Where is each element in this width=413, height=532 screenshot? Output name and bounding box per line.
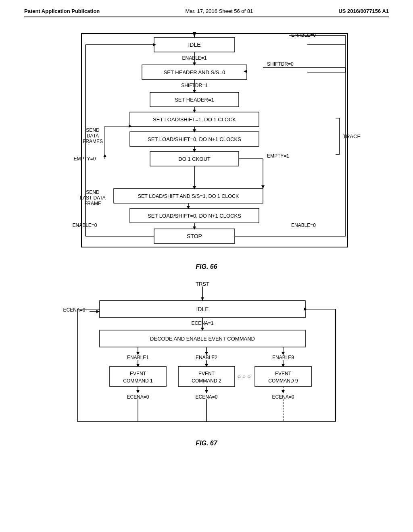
fig67-label: FIG. 67: [24, 440, 389, 447]
header-right: US 2016/0077156 A1: [338, 8, 389, 14]
enable0-bottom-right: ENABLE=0: [291, 222, 316, 228]
event1-line2: COMMAND 1: [123, 378, 153, 384]
svg-marker-33: [261, 185, 265, 189]
decode-label: DECODE AND ENABLE EVENT COMMAND: [150, 336, 255, 342]
svg-marker-55: [153, 43, 156, 46]
fig66-svg-container: IDLE ENABLE=0 ENABLE=1 SET HEADER AND S/…: [24, 29, 389, 259]
svg-marker-37: [193, 186, 196, 189]
set-load-shift0-n1-label: SET LOAD/SHIFT=0, DO N+1 CLOCKS: [148, 136, 241, 142]
svg-marker-26: [193, 129, 196, 133]
svg-marker-77: [282, 364, 285, 367]
set-header1-label: SET HEADER=1: [175, 97, 214, 103]
page-header: Patent Application Publication Mar. 17, …: [24, 8, 389, 17]
shiftdr0-label: SHIFTDR=0: [267, 61, 294, 67]
event1-line1: EVENT: [130, 371, 146, 376]
svg-marker-35: [103, 154, 106, 157]
svg-marker-42: [187, 206, 190, 209]
fig66-diagram: IDLE ENABLE=0 ENABLE=1 SET HEADER AND S/…: [33, 29, 380, 259]
svg-marker-57: [201, 297, 204, 301]
header-center: Mar. 17, 2016 Sheet 56 of 81: [186, 8, 253, 14]
fig66-label: FIG. 66: [24, 263, 389, 270]
enable2-label: ENABLE2: [196, 355, 217, 360]
set-load-shift1-label: SET LOAD/SHIFT=1, DO 1 CLOCK: [153, 116, 236, 123]
svg-marker-69: [136, 364, 140, 367]
svg-marker-13: [244, 70, 247, 73]
svg-marker-29: [193, 149, 196, 152]
stop-label: STOP: [187, 233, 202, 239]
svg-marker-84: [205, 390, 208, 393]
svg-marker-8: [193, 62, 196, 66]
svg-marker-59: [96, 310, 100, 313]
enable0-top: ENABLE=0: [291, 32, 316, 38]
idle-label: IDLE: [188, 42, 200, 48]
ecena0-2: ECENA=0: [195, 394, 217, 400]
ecena0-1: ECENA=0: [127, 394, 149, 400]
svg-marker-86: [282, 390, 285, 393]
send-last-data-frame-label: SEND: [86, 189, 100, 195]
event2-line2: COMMAND 2: [192, 378, 221, 384]
empty0-label: EMPTY=0: [73, 156, 96, 162]
svg-marker-18: [193, 110, 196, 113]
svg-marker-15: [193, 90, 196, 93]
empty1-label: EMPTY=1: [267, 153, 289, 159]
event2-line1: EVENT: [198, 371, 215, 376]
fig67-section: TRST ECENA=0 IDLE ECENA=1: [24, 278, 389, 447]
page: Patent Application Publication Mar. 17, …: [0, 0, 413, 532]
enable0-bottom-left: ENABLE=0: [72, 222, 97, 228]
event9-line1: EVENT: [275, 371, 292, 376]
svg-marker-24: [129, 125, 132, 128]
enable9-label: ENABLE9: [272, 355, 294, 360]
svg-text:FRAME: FRAME: [84, 201, 101, 206]
set-header-ss-label: SET HEADER AND S/S=0: [164, 69, 225, 75]
trst-label: TRST: [196, 281, 209, 287]
svg-marker-64: [201, 328, 204, 331]
send-data-frames-label: SEND: [86, 127, 100, 133]
ecena0-left: ECENA=0: [63, 307, 85, 313]
svg-text:DATA: DATA: [87, 133, 99, 139]
do1ckout-label: DO 1 CKOUT: [178, 156, 211, 162]
header-left: Patent Application Publication: [24, 8, 100, 14]
idle67-label: IDLE: [196, 306, 209, 312]
fig67-svg-container: TRST ECENA=0 IDLE ECENA=1: [24, 278, 389, 436]
enable1-label: ENABLE1: [127, 355, 149, 360]
dots: ○ ○ ○: [237, 373, 250, 380]
svg-marker-45: [193, 227, 196, 230]
svg-text:LAST DATA: LAST DATA: [80, 195, 105, 201]
fig67-diagram: TRST ECENA=0 IDLE ECENA=1: [53, 278, 360, 436]
set-load-shift-ss1-label: SET LOAD/SHIFT AND S/S=1, DO 1 CLOCK: [138, 193, 239, 199]
set-load-shift0-n1b-label: SET LOAD/SHIFT=0, DO N+1 CLOCKS: [148, 213, 241, 219]
event9-line2: COMMAND 9: [268, 378, 298, 384]
ecena0-9: ECENA=0: [272, 394, 294, 400]
fig66-section: IDLE ENABLE=0 ENABLE=1 SET HEADER AND S/…: [24, 29, 389, 270]
svg-marker-73: [205, 364, 208, 367]
svg-marker-82: [136, 390, 140, 393]
